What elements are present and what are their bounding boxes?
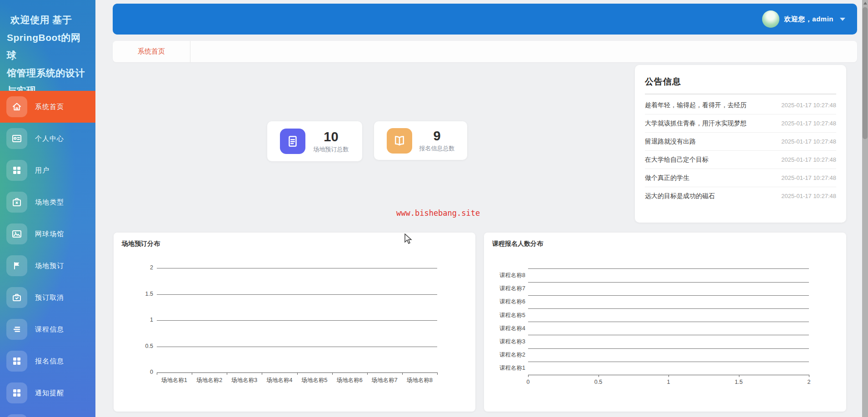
sidebar-item-home-page[interactable]: 系统首页	[0, 91, 95, 123]
y-category-label: 课程名称5	[493, 312, 525, 319]
gridline	[528, 268, 809, 269]
x-category-label: 场地名称8	[402, 377, 437, 384]
notice-item[interactable]: 在大学给自己定个目标2025-01-17 10:27:48	[645, 151, 836, 169]
list-icon	[6, 319, 27, 340]
image-icon	[6, 223, 27, 244]
x-category-label: 场地名称7	[367, 377, 402, 384]
x-tick-label: 1	[657, 379, 680, 385]
axis-tick	[809, 375, 809, 377]
bag-icon	[6, 287, 27, 308]
axis-tick	[402, 372, 403, 375]
x-tick-label: 0	[517, 379, 539, 385]
tab-bar: 系统首页	[113, 41, 857, 62]
notice-timestamp: 2025-01-17 10:27:48	[781, 174, 836, 181]
page-scrollbar[interactable]	[862, 0, 868, 417]
grid-icon	[6, 160, 27, 181]
notice-timestamp: 2025-01-17 10:27:48	[781, 193, 836, 199]
notice-item[interactable]: 大学就该抓住青春，用汗水实现梦想2025-01-17 10:27:48	[645, 114, 836, 133]
gridline	[528, 362, 809, 362]
chart-panel-venue-bookings: 场地预订分布 21.510.50场地名称1场地名称2场地名称3场地名称4场地名称…	[114, 233, 475, 412]
notice-timestamp: 2025-01-17 10:27:48	[781, 156, 836, 163]
gridline	[528, 295, 809, 296]
grid-icon	[6, 382, 27, 403]
sidebar-item-extra[interactable]	[0, 409, 95, 417]
notice-timestamp: 2025-01-17 10:27:48	[781, 120, 836, 127]
sidebar-item-label: 用户	[35, 166, 50, 175]
notice-item[interactable]: 趁着年轻，输得起，看得开，去经历2025-01-17 10:27:48	[645, 96, 836, 114]
gridline	[157, 294, 437, 295]
x-tick-label: 1.5	[728, 379, 750, 385]
sidebar-item-tennis-venue[interactable]: 网球场馆	[0, 218, 95, 250]
notice-item[interactable]: 远大的目标是成功的磁石2025-01-17 10:27:48	[645, 187, 836, 205]
axis-tick	[528, 375, 529, 377]
notice-text: 留退路就没有出路	[645, 138, 696, 146]
chevron-down-icon	[840, 18, 845, 21]
x-category-label: 场地名称2	[192, 377, 227, 384]
notice-list: 趁着年轻，输得起，看得开，去经历2025-01-17 10:27:48大学就该抓…	[645, 96, 836, 205]
top-header-bar: 欢迎您，admin	[113, 4, 857, 35]
y-tick-label: 0.5	[130, 343, 153, 349]
y-category-label: 课程名称7	[493, 285, 525, 293]
stat-card-bookings: 10 场地预订总数	[267, 121, 362, 161]
y-category-label: 课程名称8	[493, 272, 525, 279]
sidebar-menu: 系统首页个人中心用户场地类型网球场馆场地预订预订取消课程信息报名信息通知提醒	[0, 91, 95, 417]
gridline	[528, 308, 809, 309]
dashboard-page: 欢迎使用 基于 SpringBoot的网球 馆管理系统的设计 与实现 系统首页个…	[0, 0, 868, 417]
x-category-label: 场地名称6	[332, 377, 367, 384]
axis-tick	[297, 372, 298, 375]
tab-home[interactable]: 系统首页	[113, 41, 190, 62]
axis-tick	[367, 372, 368, 375]
axis-tick	[599, 375, 599, 377]
axis-tick	[332, 372, 333, 375]
watermark-url: www.bishebang.site	[396, 208, 480, 218]
x-category-label: 场地名称5	[297, 377, 332, 384]
notice-text: 趁着年轻，输得起，看得开，去经历	[645, 101, 747, 109]
sidebar-item-label: 报名信息	[35, 357, 64, 366]
sidebar-item-label: 预订取消	[35, 293, 64, 302]
notice-panel-title: 公告信息	[645, 76, 836, 88]
sidebar-item-venue-type[interactable]: 场地类型	[0, 186, 95, 218]
app-title: 欢迎使用 基于 SpringBoot的网球 馆管理系统的设计 与实现	[0, 0, 95, 99]
stat-label: 场地预订总数	[305, 145, 357, 154]
gridline	[528, 335, 809, 335]
scroll-up-icon[interactable]	[863, 2, 867, 5]
gridline	[157, 347, 437, 347]
user-dropdown[interactable]: 欢迎您，admin	[762, 10, 845, 28]
stat-value: 10	[305, 129, 357, 144]
notice-item[interactable]: 留退路就没有出路2025-01-17 10:27:48	[645, 133, 836, 151]
axis-tick	[192, 372, 192, 375]
sidebar: 欢迎使用 基于 SpringBoot的网球 馆管理系统的设计 与实现 系统首页个…	[0, 0, 95, 417]
gridline	[157, 268, 437, 268]
scrollbar-thumb[interactable]	[863, 7, 868, 139]
y-category-label: 课程名称6	[493, 298, 525, 306]
sidebar-item-booking-cancel[interactable]: 预订取消	[0, 282, 95, 313]
x-category-label: 场地名称4	[262, 377, 297, 384]
notice-timestamp: 2025-01-17 10:27:48	[781, 102, 836, 109]
gridline	[528, 348, 809, 349]
flag-icon	[6, 255, 27, 276]
app-title-line: SpringBoot的网球	[7, 29, 89, 64]
sidebar-item-signup-info[interactable]: 报名信息	[0, 345, 95, 377]
sidebar-item-venue-booking[interactable]: 场地预订	[0, 250, 95, 282]
y-tick-label: 1	[130, 317, 153, 323]
sidebar-item-notification[interactable]: 通知提醒	[0, 377, 95, 409]
app-title-line: 欢迎使用 基于	[7, 11, 89, 29]
notice-item[interactable]: 做个真正的学生2025-01-17 10:27:48	[645, 169, 836, 187]
welcome-label: 欢迎您，	[784, 15, 812, 23]
sidebar-item-label: 场地类型	[35, 198, 64, 207]
sidebar-item-users[interactable]: 用户	[0, 154, 95, 186]
idcard-icon	[6, 128, 27, 149]
stat-card-signups: 9 报名信息总数	[374, 121, 467, 160]
sidebar-item-personal-center[interactable]: 个人中心	[0, 123, 95, 154]
grid-icon	[6, 351, 27, 372]
y-category-label: 课程名称3	[493, 338, 525, 346]
stat-label: 报名信息总数	[412, 144, 462, 153]
gridline	[528, 282, 809, 283]
x-category-label: 场地名称3	[227, 377, 262, 384]
gridline	[528, 322, 809, 322]
sidebar-item-course-info[interactable]: 课程信息	[0, 313, 95, 345]
axis-tick	[437, 372, 438, 375]
axis-tick	[157, 372, 157, 375]
axis-tick	[739, 375, 739, 377]
bar-chart-course-signups: 课程名称1课程名称2课程名称3课程名称4课程名称5课程名称6课程名称7课程名称8…	[484, 233, 846, 412]
